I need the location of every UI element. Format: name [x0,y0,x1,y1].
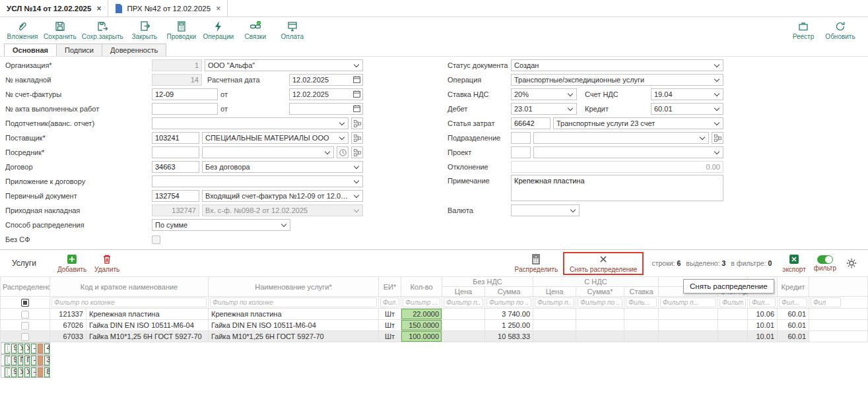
invoice-number-input[interactable] [152,74,202,86]
toolbar-registry-button[interactable]: Реестр [785,19,822,42]
column-filter-input[interactable] [535,297,574,307]
hierarchy-button[interactable] [351,117,363,129]
vat-rate-select[interactable]: 20% [511,88,577,100]
history-button[interactable] [337,146,349,158]
toolbar-close-button[interactable]: Закрыть [126,19,163,42]
distribution-method-select[interactable]: По сумме [152,219,290,231]
cell-short-name[interactable]: Гайка DIN EN ISO 10511-М6-04 [86,320,209,331]
cell-price-vat[interactable] [533,320,576,331]
cost-item-code-input[interactable] [511,117,551,129]
select-all-checkbox[interactable] [21,299,29,307]
cell-code[interactable]: 99200 [11,355,17,366]
cell-sum-vat[interactable] [576,320,624,331]
cell-qty[interactable] [37,343,44,354]
cell-price-no-vat[interactable]: 833.33 [44,367,50,378]
cell-qty[interactable] [37,355,44,366]
cell-price-no-vat[interactable] [442,309,485,320]
cell-service-name[interactable]: Упаковка груза в картонную коробку [24,343,30,354]
vat-account-select[interactable]: 19.04 [651,88,723,100]
cell-sum-no-vat[interactable]: 10 583.33 [485,331,533,342]
delete-row-button[interactable]: Удалить [90,253,123,274]
department-select[interactable] [533,132,709,144]
cell-service-name[interactable]: Гайка М10*1,25 6Н ГОСТ 5927-70 [209,331,379,342]
cell-unit[interactable]: - [30,343,37,354]
operation-select[interactable]: Транспортные/экспедиционные услуги [511,74,723,86]
tab-signatures[interactable]: Подписи [56,44,102,57]
supplier-code-input[interactable] [152,132,199,144]
cell-sum-no-vat[interactable]: 1 250.00 [485,320,533,331]
supplier-select[interactable]: СПЕЦИАЛЬНЫЕ МАТЕРИАЛЫ ООО [202,132,349,144]
close-icon[interactable]: × [96,4,101,13]
column-filter-input[interactable] [660,297,716,307]
column-filter-input[interactable] [403,297,440,307]
table-row[interactable]: 99200Подготовка груза к отправке автотра… [1,354,50,366]
cell-short-name[interactable]: Упаковка груза в картонную коробку [17,343,24,354]
tab-main[interactable]: Основная [4,44,57,57]
table-row[interactable]: 99220Упаковка груза в картонную коробкуУ… [1,342,50,354]
toolbar-payment-button[interactable]: Оплата [274,19,311,42]
cell-debit[interactable]: 10.01 [748,331,778,342]
cell-service-name[interactable]: Крепежная пластина [209,309,379,320]
col-sum-no-vat[interactable]: Сумма [485,287,533,297]
toolbar-save-button[interactable]: Сохранить [41,19,79,42]
calendar-icon[interactable] [352,75,361,85]
settlement-date-input[interactable]: 12.02.2025 [289,74,363,86]
cell-rate[interactable] [624,320,659,331]
cost-item-select[interactable]: Транспортные услуги 23 счет [553,117,723,129]
table-row[interactable]: 67033Гайка М10*1,25 6Н ГОСТ 5927-70Гайка… [1,331,868,342]
column-filter-input[interactable] [210,297,377,307]
row-checkbox[interactable] [21,311,29,319]
sf-date-input[interactable]: 12.02.2025 [289,88,363,100]
toolbar-postings-button[interactable]: Проводки [163,19,200,42]
cell-credit[interactable]: 60.01 [778,309,809,320]
hierarchy-button[interactable] [351,132,363,144]
row-checkbox[interactable] [21,333,29,341]
cell-code[interactable]: 67026 [50,320,86,331]
cell-short-name[interactable]: Крепежная пластина [86,309,209,320]
column-filter-input[interactable] [779,297,807,307]
undistribute-button[interactable]: Снять распределение [566,253,641,274]
window-tab-usl[interactable]: УСЛ №14 от 12.02.2025 × [0,0,108,16]
cell-rate[interactable] [624,309,659,320]
toolbar-refresh-button[interactable]: Обновить [822,19,859,42]
cell-vat-account[interactable] [718,331,748,342]
cell-short-name[interactable]: Гайка М10*1,25 6Н ГОСТ 5927-70 [86,331,209,342]
cell-debit[interactable]: 10.06 [748,309,778,320]
organization-select[interactable]: ООО "Альфа" [205,59,363,71]
close-icon[interactable]: × [216,4,220,13]
cell-debit[interactable]: 10.01 [748,320,778,331]
cell-vat-sum[interactable] [659,309,718,320]
column-filter-input[interactable] [51,297,207,307]
window-tab-prh[interactable]: ПРХ №42 от 12.02.2025 × [108,0,228,16]
note-textarea[interactable]: Крепежная пластина [511,175,723,201]
toolbar-save-close-button[interactable]: Сохр.закрыть [79,19,126,42]
cell-qty[interactable] [37,367,44,378]
project-code-input[interactable] [511,146,531,158]
calendar-icon[interactable] [352,104,361,114]
hierarchy-button[interactable] [351,146,363,158]
cell-service-name[interactable]: Услуга по организации доставки (экспедир… [24,367,30,378]
cell-unit[interactable]: Шт [379,309,401,320]
toolbar-links-button[interactable]: Связки [237,19,274,42]
col-sum-vat[interactable]: Сумма* [576,287,624,297]
cell-price-vat[interactable] [533,331,576,342]
cell-qty[interactable]: 22.0000 [401,309,442,320]
calendar-icon[interactable] [352,90,361,100]
cell-vat-account[interactable] [718,309,748,320]
cell-unit[interactable]: - [30,367,37,378]
col-unit[interactable]: ЕИ* [379,277,401,297]
contract-code-input[interactable] [152,161,199,173]
cell-price-no-vat[interactable]: 416.67 [44,343,50,354]
cell-service-name[interactable]: Гайка DIN EN ISO 10511-М6-04 [209,320,379,331]
toolbar-operations-button[interactable]: Операции [200,19,237,42]
credit-select[interactable]: 60.01 [651,103,723,115]
cell-price-vat[interactable] [533,309,576,320]
cell-code[interactable]: 99222 [11,367,17,378]
department-code-input[interactable] [511,132,531,144]
row-checkbox[interactable] [21,322,29,330]
col-distributed[interactable]: Распределено [1,277,50,297]
cell-vat-sum[interactable] [659,320,718,331]
column-filter-input[interactable] [749,297,776,307]
contract-annex-select[interactable] [152,175,363,187]
cell-credit[interactable]: 60.01 [778,320,809,331]
